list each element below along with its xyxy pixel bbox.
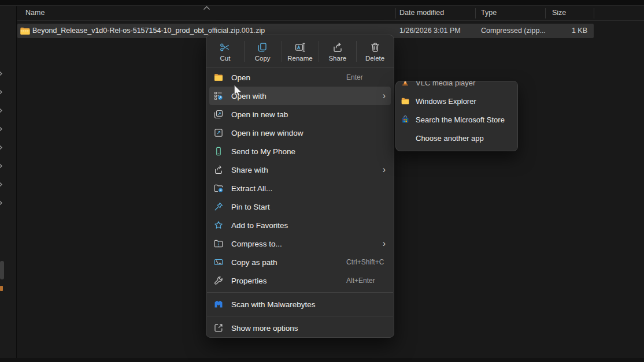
open-with-icon <box>213 91 224 101</box>
pin-icon <box>213 201 224 212</box>
menu-item-label: Copy as path <box>231 258 277 267</box>
menu-item-open-in-new-tab[interactable]: Open in new tab <box>209 105 391 124</box>
tree-expand-chevron-icon[interactable] <box>0 69 6 77</box>
tree-expand-chevron-icon[interactable] <box>0 180 6 188</box>
copy-path-icon <box>213 257 224 267</box>
submenu-item-search-the-microsoft-store[interactable]: Search the Microsoft Store <box>398 110 515 129</box>
submenu-item-choose-another-app[interactable]: Choose another app <box>398 129 515 147</box>
share-button[interactable]: Share <box>319 35 356 68</box>
column-divider[interactable] <box>395 8 396 18</box>
nav-scrollbar-thumb[interactable] <box>0 261 4 279</box>
menu-item-label: Open in new tab <box>231 110 288 119</box>
malwarebytes-icon <box>213 299 224 309</box>
menu-item-label: Add to Favorites <box>231 221 288 230</box>
menu-item-show-more-options[interactable]: Show more options <box>209 319 391 337</box>
rename-icon <box>294 42 306 53</box>
menu-separator <box>207 316 393 316</box>
zip-folder-icon <box>20 26 31 36</box>
submenu-chevron-icon: › <box>383 239 386 248</box>
menu-item-send-to-my-phone[interactable]: Send to My Phone <box>209 142 391 161</box>
context-menu: Cut Copy Rename Share Delete Open Enter … <box>206 35 394 338</box>
tree-expand-chevron-icon[interactable] <box>0 106 6 114</box>
tree-expand-chevron-icon[interactable] <box>0 125 6 133</box>
mouse-cursor <box>234 84 242 98</box>
menu-item-properties[interactable]: Properties Alt+Enter <box>209 271 391 290</box>
sort-ascending-icon <box>203 2 210 7</box>
menu-item-scan-with-malwarebytes[interactable]: Scan with Malwarebytes <box>209 295 391 314</box>
menu-item-extract-all[interactable]: Extract All... <box>209 179 391 197</box>
cone-icon <box>401 81 410 87</box>
tree-expand-chevron-icon[interactable] <box>0 199 6 207</box>
copy-button[interactable]: Copy <box>244 35 282 68</box>
delete-button[interactable]: Delete <box>356 35 394 68</box>
new-tab-icon <box>213 109 224 120</box>
menu-item-label: Pin to Start <box>231 203 270 211</box>
rename-button[interactable]: Rename <box>282 35 319 68</box>
star-icon <box>213 220 224 230</box>
trash-icon <box>369 42 381 53</box>
menu-item-label: Extract All... <box>231 184 272 193</box>
file-type: Compressed (zipp... <box>481 24 546 38</box>
folder-icon <box>401 96 410 106</box>
submenu-item-windows-explorer[interactable]: Windows Explorer <box>398 92 515 110</box>
column-header-row: Name Date modified Type Size <box>17 6 644 20</box>
menu-item-label: Open in new window <box>231 129 304 137</box>
folder-icon <box>213 72 224 83</box>
column-header-date-modified[interactable]: Date modified <box>399 9 444 17</box>
submenu-item-label: VLC media player <box>416 81 475 87</box>
menu-item-label: Send to My Phone <box>231 147 295 156</box>
menu-item-label: Compress to... <box>231 240 282 248</box>
menu-item-shortcut: Ctrl+Shift+C <box>346 258 384 266</box>
share-icon <box>213 165 224 175</box>
context-menu-items: Open Enter Open with › Open in new tab O… <box>206 68 394 337</box>
nav-item-icon-fragment <box>0 286 3 291</box>
submenu-chevron-icon: › <box>383 91 386 100</box>
tree-expand-chevron-icon[interactable] <box>0 143 6 151</box>
icon-placeholder <box>401 133 410 143</box>
new-window-icon <box>213 128 224 138</box>
bottom-edge-strip <box>0 358 644 362</box>
context-menu-quick-actions: Cut Copy Rename Share Delete <box>206 35 394 68</box>
share-icon <box>332 42 343 53</box>
menu-item-label: Scan with Malwarebytes <box>231 300 316 309</box>
wrench-icon <box>213 275 224 286</box>
header-underline <box>17 20 644 21</box>
menu-item-label: Share with <box>231 166 268 174</box>
column-divider[interactable] <box>475 8 476 18</box>
column-header-type[interactable]: Type <box>481 9 497 17</box>
column-divider[interactable] <box>594 8 594 18</box>
menu-item-copy-as-path[interactable]: Copy as path Ctrl+Shift+C <box>209 253 391 271</box>
submenu-item-label: Windows Explorer <box>416 97 476 106</box>
menu-item-pin-to-start[interactable]: Pin to Start <box>209 197 391 216</box>
menu-item-open-in-new-window[interactable]: Open in new window <box>209 124 391 142</box>
file-size: 1 KB <box>572 24 587 38</box>
menu-item-label: Properties <box>231 277 267 285</box>
top-edge-strip <box>0 0 644 6</box>
menu-item-label: Open <box>231 73 250 82</box>
column-header-size[interactable]: Size <box>552 9 566 17</box>
submenu-item-vlc-media-player[interactable]: VLC media player <box>398 81 515 92</box>
tree-expand-chevron-icon[interactable] <box>0 88 6 96</box>
tree-expand-chevron-icon[interactable] <box>0 162 6 170</box>
menu-item-shortcut: Alt+Enter <box>346 277 375 285</box>
scissors-icon <box>219 42 231 53</box>
ms-store-icon <box>401 115 410 124</box>
menu-item-add-to-favorites[interactable]: Add to Favorites <box>209 216 391 234</box>
submenu-item-label: Choose another app <box>416 134 484 143</box>
column-header-name[interactable]: Name <box>25 9 45 17</box>
copy-icon <box>257 42 268 53</box>
submenu-item-label: Search the Microsoft Store <box>416 115 505 124</box>
cut-button[interactable]: Cut <box>206 35 244 68</box>
file-date-modified: 1/26/2026 3:01 PM <box>399 24 461 38</box>
column-divider[interactable] <box>545 8 546 18</box>
zip-folder-icon <box>213 238 224 249</box>
menu-item-share-with[interactable]: Share with › <box>209 161 391 179</box>
submenu-chevron-icon: › <box>383 165 386 174</box>
menu-item-compress-to[interactable]: Compress to... › <box>209 234 391 253</box>
extract-icon <box>213 183 224 193</box>
open-with-submenu: VLC media player Windows Explorer Search… <box>395 81 518 151</box>
phone-icon <box>213 146 224 156</box>
expand-icon <box>213 323 224 333</box>
menu-separator <box>207 292 393 293</box>
menu-item-shortcut: Enter <box>346 73 363 81</box>
